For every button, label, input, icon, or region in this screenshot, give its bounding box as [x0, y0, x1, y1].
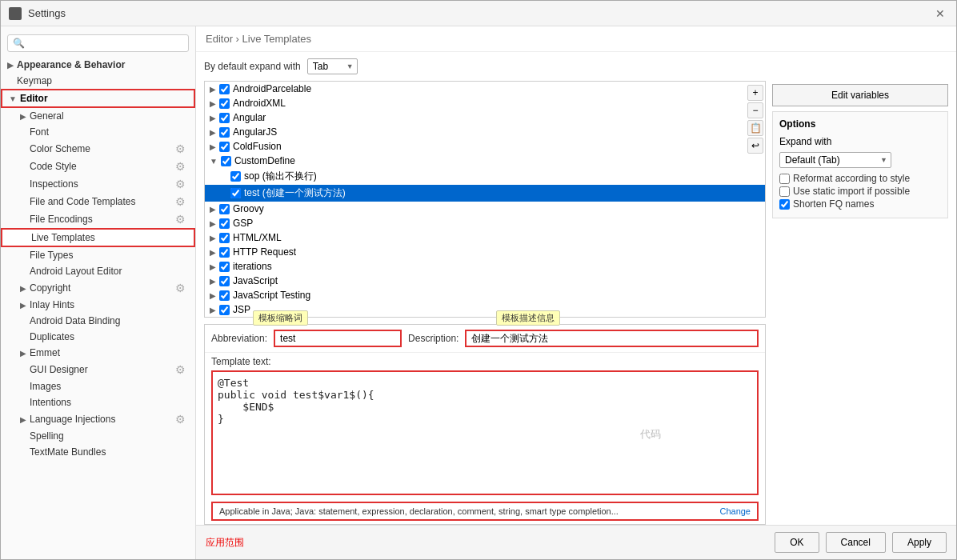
group-checkbox[interactable]: [219, 262, 230, 272]
group-checkbox[interactable]: [219, 276, 230, 286]
group-checkbox[interactable]: [219, 305, 230, 315]
edit-variables-section: Edit variables: [772, 84, 948, 106]
expand-with-options-label: Expand with: [779, 136, 831, 147]
bottom-buttons: 应用范围 OK Cancel Apply: [196, 525, 956, 559]
group-checkbox[interactable]: [219, 290, 230, 301]
sidebar-item-label: Intentions: [30, 397, 71, 408]
template-editor: 模板缩略词 模板描述信息 Abbreviation: Description: …: [204, 324, 766, 525]
template-textarea[interactable]: @Test public void test$var1$(){ $END$ }: [211, 370, 759, 495]
group-checkbox[interactable]: [219, 233, 230, 243]
applicable-bar: Applicable in Java; Java: statement, exp…: [211, 502, 759, 521]
group-checkbox[interactable]: [219, 142, 230, 152]
breadcrumb: Editor › Live Templates: [196, 26, 956, 52]
close-button[interactable]: ✕: [932, 6, 948, 22]
item-checkbox[interactable]: [230, 188, 241, 198]
sidebar-item-emmet[interactable]: ▶ Emmet: [1, 345, 195, 361]
group-checkbox[interactable]: [219, 113, 230, 123]
sidebar-item-file-encodings[interactable]: File Encodings ⚙: [1, 210, 195, 228]
sidebar-item-file-code-templates[interactable]: File and Code Templates ⚙: [1, 193, 195, 210]
ok-button[interactable]: OK: [775, 532, 819, 553]
abbreviation-input[interactable]: [274, 330, 402, 347]
remove-template-btn[interactable]: −: [747, 102, 763, 118]
group-gsp[interactable]: ▶ GSP: [205, 216, 765, 230]
group-angular[interactable]: ▶ Angular: [205, 110, 765, 125]
sidebar-item-duplicates[interactable]: Duplicates: [1, 329, 195, 345]
gear-icon: ⚙: [175, 413, 186, 426]
breadcrumb-separator: ›: [236, 33, 242, 45]
sidebar-item-code-style[interactable]: Code Style ⚙: [1, 158, 195, 175]
sidebar-item-label: Android Data Binding: [30, 315, 120, 326]
template-item-sop[interactable]: sop (输出不换行): [205, 168, 765, 185]
static-import-checkbox[interactable]: [779, 186, 790, 197]
sidebar-item-general[interactable]: ▶ General: [1, 108, 195, 124]
sidebar-item-live-templates[interactable]: Live Templates: [1, 228, 195, 247]
options-expand-with-select[interactable]: Default (Tab) Tab Enter Space: [779, 152, 891, 168]
shorten-fq-checkbox[interactable]: [779, 199, 790, 210]
group-coldfusion[interactable]: ▶ ColdFusion: [205, 139, 765, 154]
group-android-xml[interactable]: ▶ AndroidXML: [205, 96, 765, 110]
sidebar-item-color-scheme[interactable]: Color Scheme ⚙: [1, 140, 195, 158]
sidebar-item-images[interactable]: Images: [1, 378, 195, 394]
item-checkbox[interactable]: [230, 171, 241, 182]
restore-template-btn[interactable]: ↩: [747, 138, 763, 154]
sidebar-item-android-data-binding[interactable]: Android Data Binding: [1, 313, 195, 329]
sidebar-item-inlay-hints[interactable]: ▶ Inlay Hints: [1, 297, 195, 313]
sidebar-item-gui-designer[interactable]: GUI Designer ⚙: [1, 361, 195, 378]
search-input[interactable]: [7, 34, 189, 52]
sidebar-item-label: Inlay Hints: [30, 299, 74, 310]
sidebar-item-inspections[interactable]: Inspections ⚙: [1, 175, 195, 193]
arrow-icon: ▼: [210, 157, 218, 166]
sidebar-item-label: TextMate Bundles: [30, 446, 106, 458]
arrow-icon: ▶: [210, 277, 216, 286]
group-checkbox[interactable]: [219, 247, 230, 258]
group-checkbox[interactable]: [221, 156, 231, 166]
sidebar-item-spelling[interactable]: Spelling: [1, 428, 195, 444]
group-javascript-testing[interactable]: ▶ JavaScript Testing: [205, 288, 765, 302]
group-label: HTML/XML: [233, 232, 282, 243]
group-iterations[interactable]: ▶ iterations: [205, 259, 765, 274]
description-input[interactable]: [465, 330, 759, 347]
change-link[interactable]: Change: [719, 506, 751, 516]
group-android-parcelable[interactable]: ▶ AndroidParcelable: [205, 82, 765, 96]
sidebar-item-language-injections[interactable]: ▶ Language Injections ⚙: [1, 410, 195, 428]
sidebar-item-android-layout[interactable]: Android Layout Editor: [1, 263, 195, 279]
apply-button[interactable]: Apply: [892, 532, 947, 553]
sidebar-item-keymap[interactable]: Keymap: [1, 73, 195, 89]
sidebar-item-editor[interactable]: ▼ Editor: [1, 89, 195, 108]
sidebar-item-intentions[interactable]: Intentions: [1, 394, 195, 410]
group-html-xml[interactable]: ▶ HTML/XML: [205, 230, 765, 245]
sidebar-item-textmate-bundles[interactable]: TextMate Bundles: [1, 444, 195, 460]
sidebar-item-copyright[interactable]: ▶ Copyright ⚙: [1, 279, 195, 297]
template-text-label: Template text:: [211, 356, 271, 367]
group-checkbox[interactable]: [219, 84, 230, 94]
group-label: AndroidXML: [233, 98, 286, 109]
group-http-request[interactable]: ▶ HTTP Request: [205, 245, 765, 259]
sidebar-item-label: Spelling: [30, 430, 64, 442]
group-checkbox[interactable]: [219, 98, 230, 109]
group-checkbox[interactable]: [219, 218, 230, 229]
group-checkbox[interactable]: [219, 204, 230, 214]
sidebar-item-font[interactable]: Font: [1, 124, 195, 140]
group-javascript[interactable]: ▶ JavaScript: [205, 274, 765, 288]
edit-variables-button[interactable]: Edit variables: [772, 84, 948, 106]
group-angularjs[interactable]: ▶ AngularJS: [205, 125, 765, 139]
group-checkbox[interactable]: [219, 127, 230, 138]
arrow-icon: ▶: [210, 85, 216, 94]
expand-with-select[interactable]: Tab Enter Space: [307, 58, 358, 74]
copy-template-btn[interactable]: 📋: [747, 120, 763, 136]
group-label: JSP: [233, 304, 250, 315]
cancel-button[interactable]: Cancel: [826, 532, 886, 553]
sidebar-item-label: Editor: [20, 93, 48, 104]
sidebar-item-appearance[interactable]: ▶ Appearance & Behavior: [1, 57, 195, 73]
sidebar-item-file-types[interactable]: File Types: [1, 247, 195, 263]
add-template-btn[interactable]: +: [747, 85, 763, 101]
applicable-text: Applicable in Java; Java: statement, exp…: [219, 506, 719, 516]
option-shorten-fq: Shorten FQ names: [779, 198, 941, 210]
template-item-test[interactable]: test (创建一个测试方法): [205, 185, 765, 202]
template-text-label-row: Template text:: [205, 353, 765, 370]
group-label: AngularJS: [233, 126, 277, 138]
group-customdefine[interactable]: ▼ CustomDefine: [205, 154, 765, 168]
breadcrumb-part2: Live Templates: [242, 33, 311, 45]
reformat-checkbox[interactable]: [779, 174, 790, 184]
group-groovy[interactable]: ▶ Groovy: [205, 202, 765, 216]
